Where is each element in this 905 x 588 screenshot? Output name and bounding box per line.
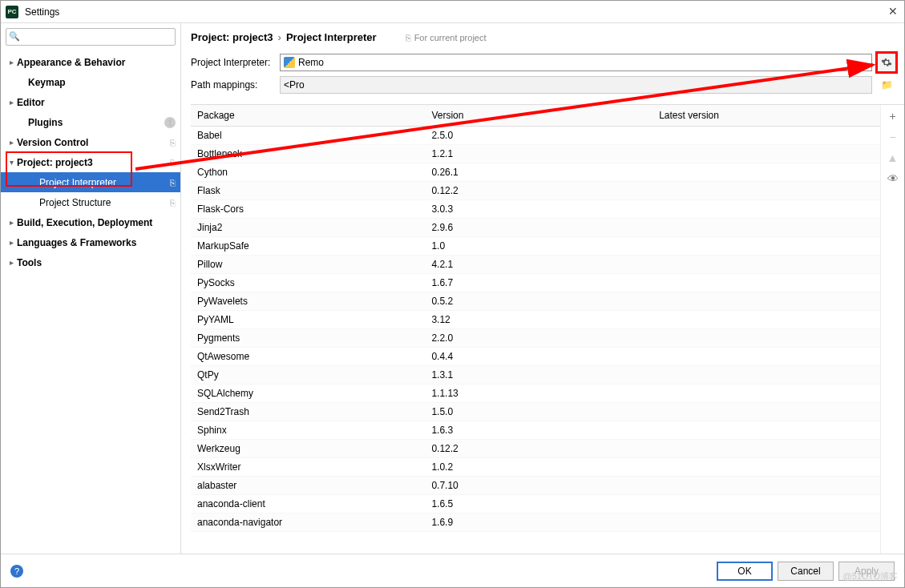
cell-version: 1.5.0 — [425, 403, 652, 421]
table-row[interactable]: PyWavelets0.5.2 — [191, 292, 880, 311]
table-row[interactable]: Flask-Cors3.0.3 — [191, 200, 880, 219]
sidebar-item-label: Editor — [17, 97, 176, 108]
cell-latest — [652, 256, 880, 274]
col-version[interactable]: Version — [425, 105, 652, 127]
cell-package: Sphinx — [191, 421, 425, 440]
breadcrumb: Project: project3 › Project Interpreter … — [181, 23, 904, 48]
cell-package: Bottleneck — [191, 145, 425, 163]
path-mappings-field[interactable]: <Pro — [280, 76, 872, 94]
cell-latest — [652, 477, 880, 495]
table-row[interactable]: Flask0.12.2 — [191, 182, 880, 200]
ok-button[interactable]: OK — [717, 562, 773, 581]
breadcrumb-page: Project Interpreter — [286, 31, 377, 43]
table-row[interactable]: Pygments2.2.0 — [191, 329, 880, 348]
main-panel: Project: project3 › Project Interpreter … — [181, 23, 904, 554]
close-icon[interactable]: ✕ — [887, 6, 899, 18]
search-input[interactable] — [6, 28, 176, 46]
scope-hint-text: For current project — [414, 33, 487, 42]
table-row[interactable]: anaconda-navigator1.6.9 — [191, 513, 880, 532]
package-actions: + − ▲ 👁 — [880, 105, 904, 554]
col-latest[interactable]: Latest version — [652, 105, 880, 127]
sidebar-item-project-interpreter[interactable]: Project Interpreter⎘ — [1, 172, 180, 192]
cell-version: 1.6.7 — [425, 274, 652, 292]
chevron-right-icon: ▸ — [6, 58, 17, 66]
app-icon: PC — [6, 6, 18, 18]
cell-latest — [652, 495, 880, 513]
sidebar-item-project-structure[interactable]: Project Structure⎘ — [1, 192, 180, 212]
table-row[interactable]: SQLAlchemy1.1.13 — [191, 385, 880, 403]
table-row[interactable]: Send2Trash1.5.0 — [191, 403, 880, 421]
table-row[interactable]: MarkupSafe1.0 — [191, 237, 880, 256]
breadcrumb-project: Project: project3 — [191, 31, 273, 43]
sidebar-item-tools[interactable]: ▸Tools — [1, 252, 180, 272]
table-row[interactable]: PyYAML3.12 — [191, 311, 880, 329]
remove-package-button[interactable]: − — [886, 131, 900, 143]
cell-package: SQLAlchemy — [191, 385, 425, 403]
settings-tree: ▸Appearance & BehaviorKeymap▸EditorPlugi… — [1, 49, 180, 554]
cell-version: 0.4.4 — [425, 348, 652, 366]
table-row[interactable]: Cython0.26.1 — [191, 163, 880, 182]
gear-icon — [881, 57, 892, 68]
python-icon — [284, 57, 295, 68]
table-row[interactable]: Jinja22.9.6 — [191, 219, 880, 237]
cell-package: anaconda-client — [191, 495, 425, 513]
sidebar-item-build-execution-deployment[interactable]: ▸Build, Execution, Deployment — [1, 212, 180, 232]
interpreter-dropdown[interactable]: Remo — [280, 54, 872, 71]
show-early-releases-button[interactable]: 👁 — [886, 172, 900, 185]
sidebar-item-plugins[interactable]: Plugins1 — [1, 112, 180, 132]
sidebar-item-languages-frameworks[interactable]: ▸Languages & Frameworks — [1, 232, 180, 252]
packages-table: Package Version Latest version Babel2.5.… — [191, 105, 880, 532]
add-package-button[interactable]: + — [886, 110, 900, 123]
cell-package: Send2Trash — [191, 403, 425, 421]
table-row[interactable]: Werkzeug0.12.2 — [191, 440, 880, 458]
cell-package: Jinja2 — [191, 219, 425, 237]
cell-version: 4.2.1 — [425, 256, 652, 274]
cell-package: QtPy — [191, 366, 425, 385]
table-row[interactable]: Pillow4.2.1 — [191, 256, 880, 274]
col-package[interactable]: Package — [191, 105, 425, 127]
cancel-button[interactable]: Cancel — [778, 562, 834, 581]
table-row[interactable]: alabaster0.7.10 — [191, 477, 880, 495]
sidebar-item-label: Languages & Frameworks — [17, 237, 176, 248]
table-row[interactable]: PySocks1.6.7 — [191, 274, 880, 292]
interpreter-settings-gear-button[interactable] — [877, 53, 896, 72]
cell-latest — [652, 329, 880, 348]
window-title: Settings — [25, 6, 887, 18]
cell-latest — [652, 292, 880, 311]
mappings-label: Path mappings: — [191, 79, 275, 91]
cell-latest — [652, 385, 880, 403]
interpreter-value: Remo — [298, 57, 324, 68]
cell-version: 1.0 — [425, 237, 652, 256]
table-row[interactable]: Bottleneck1.2.1 — [191, 145, 880, 163]
cell-package: Babel — [191, 127, 425, 145]
sidebar-item-keymap[interactable]: Keymap — [1, 72, 180, 92]
table-row[interactable]: QtAwesome0.4.4 — [191, 348, 880, 366]
sidebar-item-label: Project Structure — [39, 197, 167, 208]
packages-table-scroll[interactable]: Package Version Latest version Babel2.5.… — [191, 105, 880, 554]
cell-latest — [652, 458, 880, 477]
browse-mappings-button[interactable]: 📁 — [877, 75, 896, 95]
table-row[interactable]: anaconda-client1.6.5 — [191, 495, 880, 513]
cell-latest — [652, 366, 880, 385]
help-button[interactable]: ? — [10, 565, 23, 578]
table-row[interactable]: XlsxWriter1.0.2 — [191, 458, 880, 477]
cell-version: 2.2.0 — [425, 329, 652, 348]
cell-package: Flask-Cors — [191, 200, 425, 219]
cell-package: Cython — [191, 163, 425, 182]
chevron-down-icon: ▾ — [6, 158, 17, 167]
table-row[interactable]: Sphinx1.6.3 — [191, 421, 880, 440]
cell-version: 0.12.2 — [425, 182, 652, 200]
sidebar-item-version-control[interactable]: ▸Version Control⎘ — [1, 132, 180, 152]
cell-latest — [652, 163, 880, 182]
sidebar-item-label: Project: project3 — [17, 157, 167, 168]
sidebar-item-label: Appearance & Behavior — [17, 57, 176, 68]
table-row[interactable]: QtPy1.3.1 — [191, 366, 880, 385]
sidebar-item-editor[interactable]: ▸Editor — [1, 92, 180, 112]
cell-package: Pillow — [191, 256, 425, 274]
table-row[interactable]: Babel2.5.0 — [191, 127, 880, 145]
sidebar-item-project-project3[interactable]: ▾Project: project3⎘ — [1, 152, 180, 172]
apply-button[interactable]: Apply — [838, 562, 895, 581]
cell-latest — [652, 348, 880, 366]
sidebar-item-appearance-behavior[interactable]: ▸Appearance & Behavior — [1, 52, 180, 72]
upgrade-package-button[interactable]: ▲ — [886, 151, 900, 164]
